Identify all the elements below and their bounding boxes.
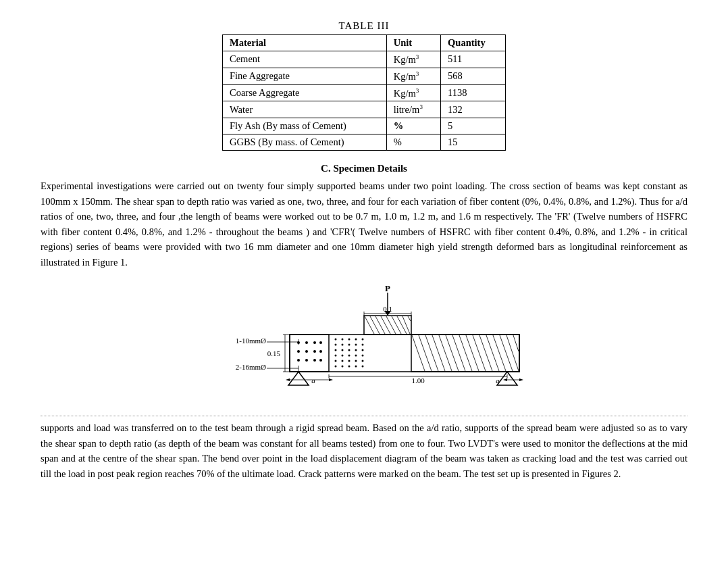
svg-point-26 bbox=[305, 359, 308, 362]
svg-text:a: a bbox=[496, 376, 500, 385]
table-row: Water litre/m3 132 bbox=[223, 101, 506, 118]
table-row: Cement Kg/m3 511 bbox=[223, 51, 506, 68]
material-name: Water bbox=[223, 101, 387, 118]
table-section: TABLE III Material Unit Quantity Cement … bbox=[41, 20, 687, 151]
svg-text:1-10mmØ: 1-10mmØ bbox=[236, 337, 266, 345]
material-name: Fine Aggregate bbox=[223, 68, 387, 84]
svg-point-39 bbox=[355, 344, 357, 346]
svg-line-76 bbox=[506, 335, 519, 371]
svg-point-44 bbox=[355, 349, 357, 351]
svg-point-24 bbox=[313, 350, 316, 353]
material-unit: Kg/m3 bbox=[386, 51, 440, 68]
svg-line-68 bbox=[452, 335, 465, 371]
svg-line-6 bbox=[375, 316, 385, 334]
svg-line-67 bbox=[446, 335, 459, 371]
svg-rect-17 bbox=[290, 335, 519, 372]
svg-line-66 bbox=[439, 335, 452, 371]
material-unit: litre/m3 bbox=[386, 101, 440, 118]
svg-marker-95 bbox=[519, 378, 523, 381]
svg-point-30 bbox=[319, 359, 322, 362]
svg-marker-90 bbox=[286, 378, 290, 381]
svg-line-7 bbox=[381, 316, 390, 334]
svg-line-63 bbox=[419, 335, 432, 371]
svg-point-35 bbox=[362, 339, 364, 341]
col-header-material: Material bbox=[223, 35, 387, 51]
svg-line-64 bbox=[425, 335, 438, 371]
specimen-heading: C. Specimen Details bbox=[41, 163, 687, 174]
material-name: Cement bbox=[223, 51, 387, 68]
table-row: Fine Aggregate Kg/m3 568 bbox=[223, 68, 506, 84]
svg-text:2-16mmØ: 2-16mmØ bbox=[236, 363, 266, 371]
specimen-paragraph: Experimental investigations were carried… bbox=[41, 178, 687, 270]
material-unit: Kg/m3 bbox=[386, 84, 440, 101]
svg-point-41 bbox=[335, 349, 337, 351]
svg-point-27 bbox=[313, 359, 316, 362]
svg-line-4 bbox=[365, 316, 374, 334]
svg-point-52 bbox=[342, 360, 344, 362]
material-name: GGBS (By mass. of Cement) bbox=[223, 134, 387, 151]
svg-point-57 bbox=[342, 366, 344, 368]
figure-svg: P 0.1 bbox=[188, 282, 540, 403]
svg-point-45 bbox=[362, 349, 364, 351]
material-qty: 5 bbox=[441, 118, 506, 134]
bottom-paragraph: supports and load was transferred on to … bbox=[41, 416, 687, 481]
svg-text:1.00: 1.00 bbox=[411, 376, 425, 385]
svg-line-77 bbox=[513, 335, 519, 351]
table-row: GGBS (By mass. of Cement) % 15 bbox=[223, 134, 506, 151]
svg-point-47 bbox=[342, 355, 344, 357]
svg-line-12 bbox=[408, 316, 411, 321]
svg-line-62 bbox=[412, 335, 425, 371]
svg-point-53 bbox=[348, 360, 350, 362]
svg-point-28 bbox=[319, 341, 322, 344]
svg-point-56 bbox=[335, 366, 337, 368]
table-row: Coarse Aggregate Kg/m3 1138 bbox=[223, 84, 506, 101]
svg-point-42 bbox=[342, 349, 344, 351]
svg-rect-18 bbox=[290, 335, 329, 372]
material-unit: % bbox=[386, 118, 440, 134]
material-unit: % bbox=[386, 134, 440, 151]
svg-line-71 bbox=[473, 335, 486, 371]
svg-text:0.15: 0.15 bbox=[267, 349, 281, 358]
material-qty: 511 bbox=[441, 51, 506, 68]
col-header-unit: Unit bbox=[386, 35, 440, 51]
svg-text:0.1: 0.1 bbox=[383, 305, 392, 313]
svg-point-36 bbox=[335, 344, 337, 346]
svg-text:a: a bbox=[311, 376, 315, 385]
svg-line-8 bbox=[386, 316, 396, 334]
svg-point-48 bbox=[348, 355, 350, 357]
svg-marker-91 bbox=[329, 378, 333, 381]
svg-point-55 bbox=[362, 360, 364, 362]
material-qty: 15 bbox=[441, 134, 506, 151]
svg-line-72 bbox=[479, 335, 492, 371]
svg-line-70 bbox=[466, 335, 479, 371]
svg-line-10 bbox=[397, 316, 407, 334]
svg-point-37 bbox=[342, 344, 344, 346]
svg-line-75 bbox=[500, 335, 513, 371]
svg-point-21 bbox=[313, 341, 316, 344]
svg-point-32 bbox=[342, 339, 344, 341]
figure-container: P 0.1 bbox=[41, 282, 687, 403]
svg-line-9 bbox=[392, 316, 401, 334]
material-qty: 568 bbox=[441, 68, 506, 84]
material-name: Fly Ash (By mass of Cement) bbox=[223, 118, 387, 134]
svg-marker-94 bbox=[503, 378, 507, 381]
svg-point-58 bbox=[348, 366, 350, 368]
material-unit: Kg/m3 bbox=[386, 68, 440, 84]
material-name: Coarse Aggregate bbox=[223, 84, 387, 101]
svg-point-49 bbox=[355, 355, 357, 357]
svg-point-50 bbox=[362, 355, 364, 357]
svg-line-5 bbox=[370, 316, 380, 334]
svg-point-60 bbox=[362, 366, 364, 368]
svg-line-65 bbox=[432, 335, 445, 371]
svg-marker-78 bbox=[288, 372, 309, 385]
svg-point-20 bbox=[305, 341, 308, 344]
col-header-quantity: Quantity bbox=[441, 35, 506, 51]
svg-line-74 bbox=[493, 335, 506, 371]
svg-text:P: P bbox=[385, 283, 390, 293]
svg-line-11 bbox=[402, 316, 410, 334]
material-qty: 1138 bbox=[441, 84, 506, 101]
svg-point-38 bbox=[348, 344, 350, 346]
svg-point-33 bbox=[348, 339, 350, 341]
svg-point-46 bbox=[335, 355, 337, 357]
svg-line-69 bbox=[459, 335, 472, 371]
